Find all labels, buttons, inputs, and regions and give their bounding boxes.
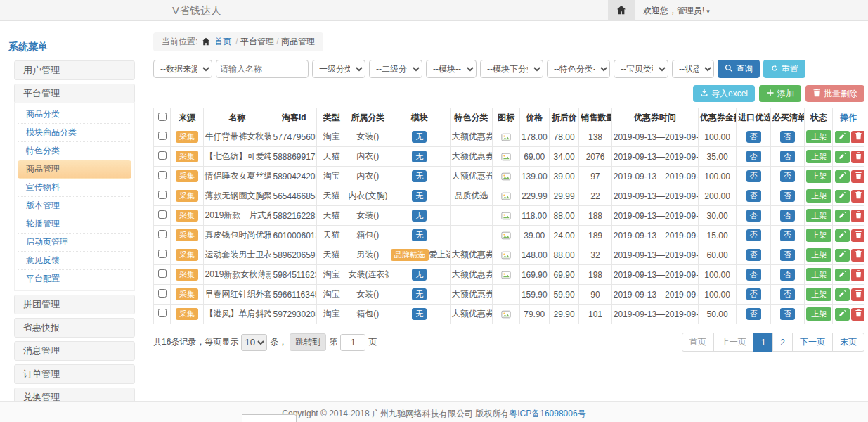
page-number-input[interactable] xyxy=(340,334,365,351)
delete-button[interactable] xyxy=(851,288,864,301)
filter-select-特色分类[interactable]: --特色分类-- xyxy=(547,60,610,78)
delete-button[interactable] xyxy=(851,151,864,163)
row-checkbox[interactable] xyxy=(158,289,167,298)
page-button-末页[interactable]: 末页 xyxy=(832,333,864,352)
edit-button[interactable] xyxy=(835,131,850,143)
imported-toggle[interactable]: 否 xyxy=(746,288,761,300)
status-button[interactable]: 上架 xyxy=(806,288,831,301)
row-checkbox[interactable] xyxy=(158,210,167,219)
home-button[interactable] xyxy=(608,0,635,21)
row-checkbox[interactable] xyxy=(158,132,167,140)
delete-button[interactable] xyxy=(851,210,864,222)
page-button-首页[interactable]: 首页 xyxy=(682,333,714,352)
sidebar-group-拼团管理[interactable]: 拼团管理 xyxy=(14,295,135,314)
edit-button[interactable] xyxy=(835,210,850,222)
page-button-下一页[interactable]: 下一页 xyxy=(792,333,833,352)
filter-select-宝贝类型[interactable]: --宝贝类型-- xyxy=(614,60,668,78)
status-button[interactable]: 上架 xyxy=(806,150,831,163)
must-buy-toggle[interactable]: 否 xyxy=(780,308,795,320)
sidebar-item-版本管理[interactable]: 版本管理 xyxy=(18,197,131,215)
row-checkbox[interactable] xyxy=(158,250,167,258)
imported-toggle[interactable]: 否 xyxy=(746,249,761,261)
filter-select-二级分类[interactable]: --二级分类-- xyxy=(369,60,422,78)
edit-button[interactable] xyxy=(835,170,850,183)
must-buy-toggle[interactable]: 否 xyxy=(780,269,795,281)
user-menu[interactable]: 欢迎您，管理员!▾ xyxy=(635,5,718,17)
imported-toggle[interactable]: 否 xyxy=(746,151,761,162)
sidebar-item-商品管理[interactable]: 商品管理 xyxy=(18,160,131,179)
status-button[interactable]: 上架 xyxy=(806,307,831,321)
row-checkbox[interactable] xyxy=(158,230,167,238)
edit-button[interactable] xyxy=(835,249,850,262)
select-all-checkbox[interactable] xyxy=(158,113,167,121)
row-checkbox[interactable] xyxy=(158,171,167,179)
search-button[interactable]: 查询 xyxy=(718,60,760,78)
delete-button[interactable] xyxy=(851,131,864,143)
sidebar-item-轮播管理[interactable]: 轮播管理 xyxy=(18,215,131,234)
sidebar-item-平台配置[interactable]: 平台配置 xyxy=(18,270,131,288)
must-buy-toggle[interactable]: 否 xyxy=(780,229,795,241)
sidebar-group-省惠快报[interactable]: 省惠快报 xyxy=(14,318,135,338)
edit-button[interactable] xyxy=(835,269,850,281)
edit-button[interactable] xyxy=(835,308,850,321)
add-button[interactable]: 添加 xyxy=(759,85,801,102)
sidebar-group-订单管理[interactable]: 订单管理 xyxy=(14,364,135,384)
delete-button[interactable] xyxy=(851,308,864,321)
imported-toggle[interactable]: 否 xyxy=(746,190,761,202)
reset-button[interactable]: 重置 xyxy=(763,60,805,78)
sidebar-item-商品分类[interactable]: 商品分类 xyxy=(18,106,131,124)
import-excel-button[interactable]: 导入excel xyxy=(693,85,755,102)
status-button[interactable]: 上架 xyxy=(806,170,831,183)
imported-toggle[interactable]: 否 xyxy=(746,170,761,182)
sidebar-group-用户管理[interactable]: 用户管理 xyxy=(14,60,135,80)
must-buy-toggle[interactable]: 否 xyxy=(780,288,795,300)
sidebar-group-平台管理[interactable]: 平台管理 xyxy=(14,84,135,103)
imported-toggle[interactable]: 否 xyxy=(746,308,761,320)
name-search-input[interactable] xyxy=(216,60,309,78)
sidebar-item-意见反馈[interactable]: 意见反馈 xyxy=(18,252,131,270)
sidebar-item-宣传物料[interactable]: 宣传物料 xyxy=(18,179,131,197)
delete-button[interactable] xyxy=(851,190,864,203)
must-buy-toggle[interactable]: 否 xyxy=(780,190,795,202)
delete-button[interactable] xyxy=(851,269,864,281)
status-button[interactable]: 上架 xyxy=(806,268,831,281)
row-checkbox[interactable] xyxy=(158,191,167,199)
per-page-select[interactable]: 10 xyxy=(241,334,267,351)
breadcrumb-home-link[interactable]: 首页 xyxy=(214,36,231,48)
status-button[interactable]: 上架 xyxy=(806,229,831,242)
edit-button[interactable] xyxy=(835,151,850,163)
sidebar-item-特色分类[interactable]: 特色分类 xyxy=(18,142,131,160)
filter-select-状态[interactable]: --状态-- xyxy=(672,60,714,78)
imported-toggle[interactable]: 否 xyxy=(746,131,761,143)
edit-button[interactable] xyxy=(835,190,850,203)
imported-toggle[interactable]: 否 xyxy=(746,210,761,222)
filter-select-模块下分类[interactable]: --模块下分类-- xyxy=(480,60,543,78)
filter-select-数据来源[interactable]: --数据来源-- xyxy=(153,60,212,78)
status-button[interactable]: 上架 xyxy=(806,189,831,203)
row-checkbox[interactable] xyxy=(158,151,167,160)
must-buy-toggle[interactable]: 否 xyxy=(780,210,795,222)
edit-button[interactable] xyxy=(835,229,850,242)
delete-button[interactable] xyxy=(851,229,864,242)
imported-toggle[interactable]: 否 xyxy=(746,229,761,241)
filter-select-一级分类[interactable]: 一级分类 xyxy=(312,60,365,78)
page-button-2[interactable]: 2 xyxy=(772,333,793,352)
must-buy-toggle[interactable]: 否 xyxy=(780,151,795,162)
sidebar-group-消息管理[interactable]: 消息管理 xyxy=(14,341,135,361)
page-button-上一页[interactable]: 上一页 xyxy=(713,333,754,352)
status-button[interactable]: 上架 xyxy=(806,130,831,143)
must-buy-toggle[interactable]: 否 xyxy=(780,170,795,182)
sidebar-item-启动页管理[interactable]: 启动页管理 xyxy=(18,234,131,252)
delete-button[interactable] xyxy=(851,249,864,262)
sidebar-item-模块商品分类[interactable]: 模块商品分类 xyxy=(18,124,131,142)
batch-delete-button[interactable]: 批量删除 xyxy=(805,85,864,102)
must-buy-toggle[interactable]: 否 xyxy=(780,249,795,261)
filter-select-模块[interactable]: --模块-- xyxy=(426,60,477,78)
delete-button[interactable] xyxy=(851,170,864,183)
status-button[interactable]: 上架 xyxy=(806,209,831,222)
imported-toggle[interactable]: 否 xyxy=(746,269,761,281)
status-button[interactable]: 上架 xyxy=(806,248,831,262)
row-checkbox[interactable] xyxy=(158,269,167,278)
icp-link[interactable]: 粤ICP备16098006号 xyxy=(509,409,585,418)
must-buy-toggle[interactable]: 否 xyxy=(780,131,795,143)
